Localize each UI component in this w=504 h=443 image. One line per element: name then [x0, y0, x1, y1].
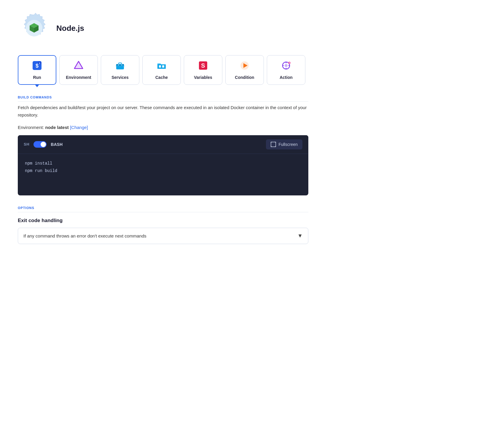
tab-variables[interactable]: S Variables [184, 55, 222, 85]
env-line: Environment: node latest [Change] [18, 125, 308, 130]
tab-action[interactable]: ✦ Action [267, 55, 305, 85]
environment-icon [74, 60, 84, 72]
svg-rect-12 [119, 63, 122, 65]
svg-rect-17 [162, 65, 164, 68]
tab-action-label: Action [280, 75, 293, 80]
bash-toggle[interactable] [34, 141, 47, 148]
condition-icon [240, 60, 250, 72]
tab-bar: $ 1 Run Environment [18, 55, 308, 85]
fullscreen-label: Fullscreen [278, 142, 298, 147]
exit-code-dropdown[interactable]: If any command throws an error don't exe… [18, 228, 308, 244]
svg-point-15 [122, 64, 122, 65]
toggle-thumb [41, 142, 46, 147]
tab-environment[interactable]: Environment [59, 55, 98, 85]
svg-rect-13 [116, 66, 125, 66]
tab-environment-label: Environment [66, 75, 91, 80]
tab-variables-label: Variables [194, 75, 212, 80]
terminal-header: SH BASH Fullscreen [18, 135, 308, 154]
options-title: OPTIONS [18, 206, 308, 212]
sh-label: SH [24, 142, 29, 146]
svg-point-23 [285, 64, 288, 67]
tab-run[interactable]: $ 1 Run [18, 55, 56, 85]
fullscreen-icon [271, 142, 276, 147]
cache-icon [157, 60, 167, 72]
app-logo [18, 12, 50, 44]
tab-condition[interactable]: Condition [225, 55, 264, 85]
variables-icon: S [198, 60, 208, 72]
action-icon: ✦ [281, 60, 291, 72]
svg-text:S: S [201, 62, 205, 69]
run-icon: $ 1 [32, 60, 42, 72]
env-value: node latest [45, 125, 69, 130]
app-header: Node.js [18, 12, 308, 44]
tab-cache-label: Cache [155, 75, 168, 80]
services-icon [115, 60, 125, 72]
tab-services[interactable]: Services [101, 55, 139, 85]
tab-run-label: Run [33, 75, 41, 80]
chevron-down-icon: ▼ [297, 233, 303, 239]
svg-rect-16 [159, 65, 161, 68]
terminal-left: SH BASH [24, 141, 63, 148]
bash-label: BASH [51, 142, 63, 147]
dropdown-selected-value: If any command throws an error don't exe… [23, 233, 146, 238]
svg-rect-30 [271, 142, 276, 147]
tab-cache[interactable]: Cache [142, 55, 181, 85]
build-commands-title: BUILD COMMANDS [18, 95, 308, 102]
env-change-link[interactable]: [Change] [70, 125, 88, 130]
terminal-body[interactable]: npm install npm run build [18, 154, 308, 195]
tab-condition-label: Condition [235, 75, 254, 80]
build-commands-section: BUILD COMMANDS Fetch dependencies and bu… [18, 95, 308, 130]
svg-point-14 [118, 64, 119, 65]
build-commands-desc: Fetch dependencies and build/test your p… [18, 104, 308, 119]
app-title: Node.js [56, 24, 84, 33]
terminal: SH BASH Fullscreen npm install npm run b… [18, 135, 308, 195]
toggle-track[interactable] [34, 141, 47, 148]
svg-text:✦: ✦ [288, 62, 290, 64]
fullscreen-button[interactable]: Fullscreen [266, 139, 302, 149]
tab-services-label: Services [111, 75, 129, 80]
env-label: Environment: [18, 125, 44, 130]
terminal-code[interactable]: npm install npm run build [25, 160, 301, 175]
exit-code-heading: Exit code handling [18, 218, 308, 224]
options-section: OPTIONS Exit code handling If any comman… [18, 206, 308, 244]
svg-text:1: 1 [39, 62, 40, 65]
